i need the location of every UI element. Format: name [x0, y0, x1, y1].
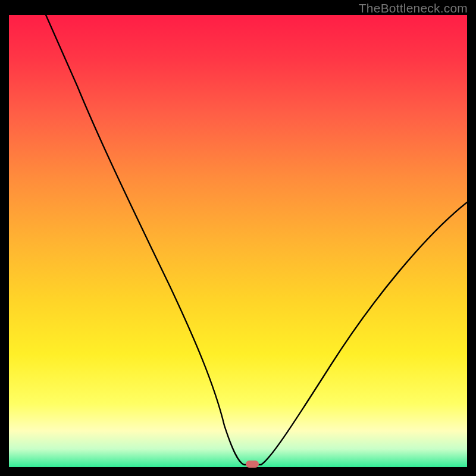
- optimal-marker: [246, 461, 259, 468]
- chart-container: TheBottleneck.com: [0, 0, 476, 476]
- plot-area: [9, 15, 467, 467]
- bottleneck-curve: [9, 15, 467, 467]
- watermark-text: TheBottleneck.com: [359, 1, 468, 15]
- curve-path: [46, 15, 467, 465]
